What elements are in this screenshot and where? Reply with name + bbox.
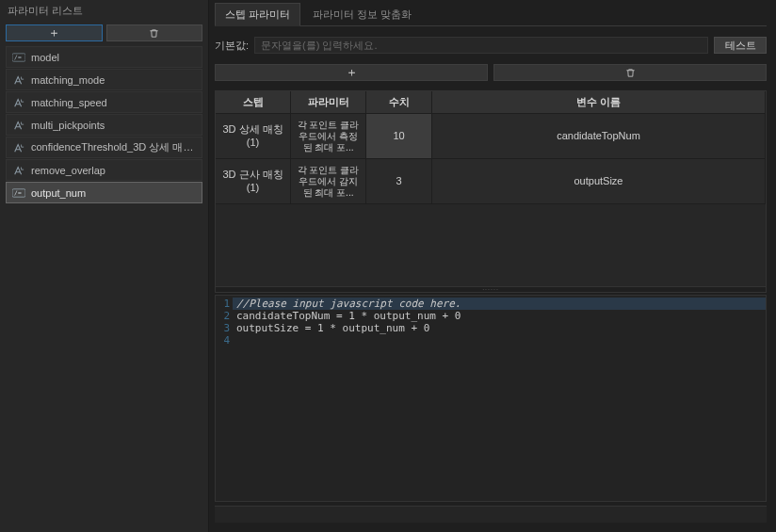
code-line[interactable]: outputSize = 1 * output_num + 0	[236, 322, 762, 334]
param-item-label: remove_overlap	[31, 165, 105, 176]
cell-step[interactable]: 3D 근사 매칭 (1)	[216, 159, 291, 204]
code-gutter: 1 2 3 4	[216, 296, 233, 501]
default-value-input[interactable]: 문자열을(를) 입력하세요.	[254, 37, 708, 54]
line-number: 1	[216, 298, 230, 310]
code-line[interactable]: candidateTopNum = 1 * output_num + 0	[236, 310, 762, 322]
cell-param[interactable]: 각 포인트 클라우드에서 감지된 최대 포...	[291, 159, 366, 204]
trash-icon	[149, 28, 159, 39]
param-item-matching-mode[interactable]: matching_mode	[6, 69, 202, 90]
right-panel: 스텝 파라미터 파라미터 정보 맞춤화 기본값: 문자열을(를) 입력하세요. …	[209, 0, 776, 532]
param-item-label: matching_mode	[31, 74, 105, 86]
param-item-label: model	[31, 52, 59, 63]
svg-text:/=: /=	[14, 189, 22, 196]
tab-bar: 스텝 파라미터 파라미터 정보 맞춤화	[215, 4, 767, 26]
svg-text:/=: /=	[14, 54, 22, 60]
default-value-row: 기본값: 문자열을(를) 입력하세요. 테스트	[215, 36, 767, 55]
table-add-button[interactable]: ＋	[215, 64, 488, 81]
table-row[interactable]: 3D 상세 매칭 (1) 각 포인트 클라우드에서 측정된 최대 포... 10…	[216, 114, 766, 159]
left-panel-title: 파라미터 리스트	[0, 0, 208, 22]
enum-icon	[12, 73, 25, 87]
parameter-list: /= model matching_mode matching_speed mu…	[0, 46, 208, 203]
cell-param[interactable]: 각 포인트 클라우드에서 측정된 최대 포...	[291, 114, 366, 159]
table-delete-button[interactable]	[493, 64, 767, 81]
line-number: 3	[216, 322, 230, 334]
code-editor[interactable]: 1 2 3 4 //Please input javascript code h…	[215, 295, 767, 502]
col-header-param[interactable]: 파라미터	[291, 91, 366, 114]
enum-icon	[12, 96, 25, 109]
cell-var[interactable]: outputSize	[432, 159, 766, 204]
line-number: 4	[216, 334, 230, 347]
param-delete-button[interactable]	[106, 24, 203, 41]
cell-step[interactable]: 3D 상세 매칭 (1)	[216, 114, 291, 159]
table-button-row: ＋	[215, 64, 767, 81]
enum-icon	[12, 141, 25, 154]
test-button[interactable]: 테스트	[714, 37, 767, 54]
table-body: 3D 상세 매칭 (1) 각 포인트 클라우드에서 측정된 최대 포... 10…	[216, 114, 766, 286]
enum-icon	[12, 119, 25, 132]
splitter-handle[interactable]: ······	[216, 286, 766, 292]
param-item-multi-pickpoints[interactable]: multi_pickpoints	[6, 114, 202, 136]
tab-step-parameters[interactable]: 스텝 파라미터	[215, 3, 300, 26]
param-item-label: matching_speed	[31, 97, 107, 108]
col-header-step[interactable]: 스텝	[216, 91, 291, 114]
code-body[interactable]: //Please input javascript code here. can…	[233, 296, 766, 501]
cell-var[interactable]: candidateTopNum	[432, 114, 766, 159]
left-panel: 파라미터 리스트 ＋ /= model matching_mode matchi…	[0, 0, 209, 532]
cell-value[interactable]: 3	[366, 159, 432, 204]
param-item-label: multi_pickpoints	[31, 120, 105, 131]
param-item-output-num[interactable]: /= output_num	[6, 182, 202, 203]
col-header-value[interactable]: 수치	[366, 91, 432, 114]
trash-icon	[625, 68, 636, 78]
tab-parameter-customization[interactable]: 파라미터 정보 맞춤화	[302, 3, 422, 25]
left-button-row: ＋	[0, 22, 208, 46]
cell-value[interactable]: 10	[366, 114, 432, 159]
footer-bar	[215, 506, 767, 523]
table-row[interactable]: 3D 근사 매칭 (1) 각 포인트 클라우드에서 감지된 최대 포... 3 …	[216, 159, 766, 204]
param-add-button[interactable]: ＋	[6, 24, 103, 41]
param-item-confidence-threshold[interactable]: confidenceThreshold_3D 상세 매칭 (1)	[6, 137, 202, 158]
param-item-model[interactable]: /= model	[6, 46, 202, 68]
col-header-var[interactable]: 변수 이름	[432, 91, 766, 114]
line-number: 2	[216, 310, 230, 322]
default-value-label: 기본값:	[215, 39, 249, 53]
table-header: 스텝 파라미터 수치 변수 이름	[216, 91, 766, 114]
enum-icon	[12, 164, 25, 177]
param-item-matching-speed[interactable]: matching_speed	[6, 91, 202, 113]
code-line[interactable]: //Please input javascript code here.	[233, 298, 766, 310]
fx-icon: /=	[12, 186, 25, 200]
param-item-label: output_num	[31, 187, 86, 199]
param-item-remove-overlap[interactable]: remove_overlap	[6, 159, 202, 181]
param-item-label: confidenceThreshold_3D 상세 매칭 (1)	[31, 140, 196, 154]
parameter-table: 스텝 파라미터 수치 변수 이름 3D 상세 매칭 (1) 각 포인트 클라우드…	[215, 90, 767, 293]
fx-icon: /=	[12, 51, 25, 64]
